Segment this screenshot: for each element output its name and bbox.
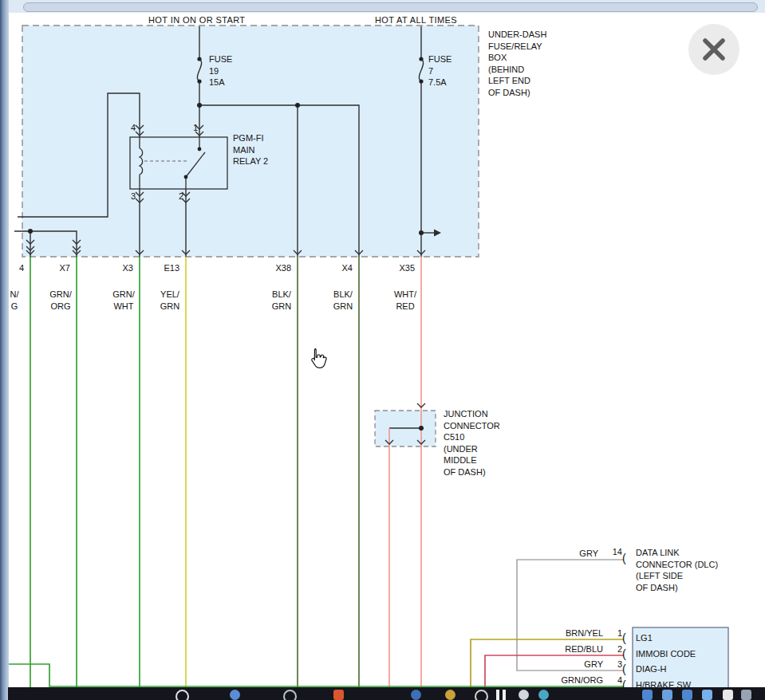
immobilizer-pin-label: 2: [611, 644, 622, 655]
immobilizer-pin-label: 4: [611, 675, 622, 686]
immobilizer-terminal-bracket: (: [622, 649, 626, 659]
horizontal-scrollbar[interactable]: [9, 0, 765, 13]
junction-dots: [28, 57, 424, 431]
junction-connector-note: JUNCTION CONNECTOR C510 (UNDER MIDDLE OF…: [444, 408, 500, 478]
taskbar-icon[interactable]: [175, 690, 189, 700]
taskbar-icon[interactable]: [538, 690, 549, 700]
immobilizer-wire-label: BRN/YEL: [550, 628, 603, 639]
relay-pin-4-label: 4: [124, 123, 136, 133]
window-left-edge: [0, 0, 9, 700]
taskbar-icon[interactable]: [702, 690, 712, 700]
taskbar-icon[interactable]: [682, 690, 692, 700]
immobilizer-function-label: DIAG-H: [636, 664, 667, 674]
colored-wires: [8, 257, 624, 687]
connector-label: E13: [148, 263, 179, 273]
immobilizer-wire-label: GRY: [550, 659, 603, 670]
relay-pin-1-label: 1: [187, 123, 198, 133]
cursor-icon: [308, 348, 327, 373]
relay-pin-3-label: 3: [124, 191, 136, 202]
terminal-arrows: [26, 125, 425, 444]
immobilizer-wire-label: GRN/ORG: [550, 675, 603, 686]
immobilizer-function-label: IMMOBI CODE: [636, 649, 696, 659]
scrollbar-thumb[interactable]: [23, 2, 758, 12]
wire-color-label: BLK/ GRN: [262, 289, 302, 313]
taskbar-icon[interactable]: [642, 690, 653, 700]
connector-label: X7: [38, 263, 70, 273]
dlc-pin-label: 14: [606, 547, 622, 557]
fuse-box-location-note: UNDER-DASH FUSE/RELAY BOX (BEHIND LEFT E…: [488, 29, 546, 98]
close-button[interactable]: [688, 24, 739, 75]
relay-symbol: [130, 137, 227, 189]
connector-label: X35: [383, 263, 415, 273]
wire-color-label: GRN/ ORG: [41, 289, 81, 313]
taskbar-icon[interactable]: [496, 690, 506, 700]
taskbar-icon[interactable]: [519, 690, 529, 700]
taskbar-icon[interactable]: [283, 690, 297, 700]
fuse-19-label: FUSE 19 15A: [209, 53, 232, 88]
relay-pin-2-label: 2: [172, 191, 183, 202]
connector-label: X38: [259, 263, 291, 273]
immobilizer-terminal-bracket: (: [622, 633, 626, 643]
taskbar[interactable]: [8, 687, 765, 700]
wiring-diagram-page: HOT IN ON OR START HOT AT ALL TIMES UNDE…: [0, 0, 765, 700]
immobilizer-function-label: LG1: [636, 633, 653, 643]
hot-at-all-times-label: HOT AT ALL TIMES: [375, 15, 457, 26]
taskbar-icon[interactable]: [411, 690, 421, 700]
dlc-wire-label: GRY: [558, 549, 598, 559]
taskbar-icon[interactable]: [475, 690, 488, 700]
taskbar-icon[interactable]: [230, 690, 240, 700]
wire-color-label: WHT/ RED: [385, 289, 425, 313]
wiring-diagram: [0, 0, 765, 700]
wire-color-label: GRN/ WHT: [104, 289, 144, 313]
dlc-terminal-bracket: (: [622, 553, 626, 564]
taskbar-icon[interactable]: [662, 690, 672, 700]
immobilizer-wire-label: RED/BLU: [550, 644, 603, 655]
junction-connector-box: [375, 411, 436, 446]
immobilizer-terminal-bracket: (: [622, 664, 626, 674]
taskbar-icon[interactable]: [445, 690, 455, 700]
hot-in-on-or-start-label: HOT IN ON OR START: [148, 15, 246, 26]
taskbar-icon[interactable]: [741, 690, 751, 700]
immobilizer-pin-label: 1: [611, 628, 622, 639]
wire-color-label: BLK/ GRN: [323, 289, 363, 313]
continuation-arrow: [434, 230, 441, 237]
relay-name-label: PGM-FI MAIN RELAY 2: [233, 132, 268, 167]
connector-label: X4: [321, 263, 353, 273]
wire-color-label: YEL/ GRN: [150, 289, 190, 313]
connector-label: X3: [101, 263, 133, 273]
taskbar-icon[interactable]: [333, 690, 344, 700]
immobilizer-pin-label: 3: [611, 659, 622, 670]
fuse-7-label: FUSE 7 7.5A: [428, 53, 452, 88]
taskbar-icon[interactable]: [723, 690, 733, 700]
dlc-note: DATA LINK CONNECTOR (DLC) (LEFT SIDE OF …: [636, 547, 718, 593]
close-icon: [688, 24, 739, 75]
